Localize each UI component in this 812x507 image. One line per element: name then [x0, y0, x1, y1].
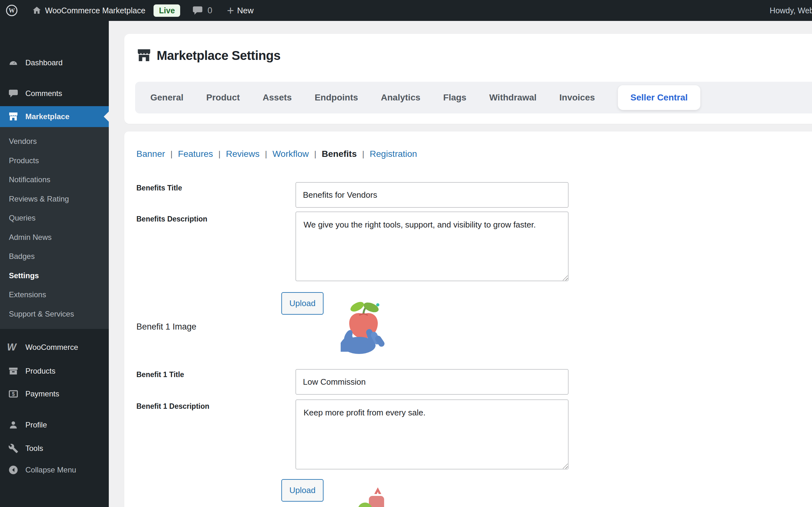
benefit-1-image-label: Benefit 1 Image: [136, 322, 196, 332]
sidebar-item-marketplace[interactable]: Marketplace: [0, 106, 109, 127]
benefit-2-image-upload-button[interactable]: Upload: [281, 479, 323, 502]
sidebar-item-comments[interactable]: Comments: [0, 84, 109, 103]
subnav-link-features[interactable]: Features: [178, 149, 213, 159]
settings-header-card: Marketplace Settings General Product Ass…: [124, 34, 812, 124]
svg-text:$: $: [12, 391, 15, 397]
archive-box-icon: [8, 366, 18, 376]
benefit-1-description-label: Benefit 1 Description: [136, 402, 209, 411]
subnav-link-reviews[interactable]: Reviews: [226, 149, 259, 159]
submenu-item-notifications[interactable]: Notifications: [0, 170, 109, 189]
submenu-item-extensions[interactable]: Extensions: [0, 285, 109, 304]
benefit-1-title-input[interactable]: [296, 369, 568, 395]
subnav-link-registration[interactable]: Registration: [370, 149, 417, 159]
wordpress-logo-icon[interactable]: W: [5, 4, 18, 17]
collapse-arrow-icon: [8, 465, 18, 475]
home-icon[interactable]: [32, 5, 42, 15]
admin-bar: W WooCommerce Marketplace Live 0 + New H…: [0, 0, 812, 21]
benefits-title-input[interactable]: [296, 182, 568, 208]
benefits-title-label: Benefits Title: [136, 184, 182, 192]
seller-central-form-card: Banner | Features | Reviews | Workflow |…: [124, 131, 812, 507]
tab-analytics[interactable]: Analytics: [381, 93, 420, 103]
sidebar-item-woocommerce[interactable]: W WooCommerce: [0, 338, 109, 357]
sidebar-item-payments[interactable]: $ Payments: [0, 384, 109, 403]
submenu-item-admin-news[interactable]: Admin News: [0, 228, 109, 247]
submenu-item-queries[interactable]: Queries: [0, 209, 109, 228]
subnav-link-benefits-current[interactable]: Benefits: [322, 149, 357, 159]
howdy-account-link[interactable]: Howdy, Web: [770, 6, 812, 15]
submenu-item-reviews-rating[interactable]: Reviews & Rating: [0, 189, 109, 209]
store-icon: [8, 112, 18, 122]
submenu-item-badges[interactable]: Badges: [0, 247, 109, 266]
sidebar-item-dashboard[interactable]: Dashboard: [0, 53, 109, 72]
sidebar-item-profile[interactable]: Profile: [0, 415, 109, 435]
benefit-1-title-label: Benefit 1 Title: [136, 371, 184, 379]
apple-in-hand-illustration: [341, 298, 386, 354]
woocommerce-logo-icon: W: [7, 342, 16, 353]
section-subnav: Banner | Features | Reviews | Workflow |…: [136, 149, 417, 159]
subnav-separator: |: [170, 149, 172, 159]
tab-invoices[interactable]: Invoices: [560, 93, 595, 103]
dashboard-gauge-icon: [8, 58, 18, 68]
live-badge[interactable]: Live: [154, 4, 180, 17]
subnav-separator: |: [218, 149, 221, 159]
tab-product[interactable]: Product: [206, 93, 240, 103]
new-link[interactable]: New: [237, 6, 254, 15]
benefit-1-image-upload-button[interactable]: Upload: [281, 292, 323, 315]
submenu-item-settings[interactable]: Settings: [0, 266, 109, 285]
store-icon: [136, 48, 152, 63]
tab-flags[interactable]: Flags: [443, 93, 466, 103]
wrench-icon: [8, 443, 18, 453]
growth-chart-illustration: [356, 484, 394, 507]
active-menu-arrow: [104, 112, 109, 122]
tab-endpoints[interactable]: Endpoints: [315, 93, 358, 103]
sidebar-item-collapse-menu[interactable]: Collapse Menu: [0, 460, 109, 480]
tab-seller-central[interactable]: Seller Central: [618, 85, 701, 110]
sidebar-item-tools[interactable]: Tools: [0, 439, 109, 458]
comment-count: 0: [207, 6, 212, 15]
subnav-link-banner[interactable]: Banner: [136, 149, 165, 159]
tab-withdrawal[interactable]: Withdrawal: [489, 93, 537, 103]
tab-general[interactable]: General: [150, 93, 183, 103]
benefit-1-description-textarea[interactable]: Keep more profit from every sale.: [296, 400, 568, 469]
sidebar-item-products[interactable]: Products: [0, 361, 109, 381]
benefit-2-image-preview: [356, 484, 394, 507]
person-icon: [8, 420, 18, 430]
settings-tab-bar: General Product Assets Endpoints Analyti…: [135, 82, 812, 113]
submenu-item-products[interactable]: Products: [0, 151, 109, 170]
benefits-description-textarea[interactable]: We give you the right tools, support, an…: [296, 212, 568, 281]
subnav-separator: |: [362, 149, 364, 159]
submenu-item-vendors[interactable]: Vendors: [0, 132, 109, 151]
woocommerce-admin-page: { "colors": { "accent_blue": "#2271b1", …: [0, 0, 812, 507]
benefit-1-image-preview: [341, 298, 386, 354]
page-title: Marketplace Settings: [157, 49, 281, 63]
svg-text:W: W: [9, 7, 15, 14]
site-name-link[interactable]: WooCommerce Marketplace: [45, 6, 145, 15]
page-title-row: Marketplace Settings: [136, 48, 281, 63]
subnav-separator: |: [265, 149, 267, 159]
subnav-link-workflow[interactable]: Workflow: [272, 149, 309, 159]
tab-assets[interactable]: Assets: [263, 93, 292, 103]
comments-bubble-icon[interactable]: [192, 5, 203, 16]
marketplace-submenu: Vendors Products Notifications Reviews &…: [0, 127, 109, 329]
payments-dollar-icon: $: [8, 389, 18, 399]
admin-sidebar: Dashboard Comments Marketplace Vendors P…: [0, 21, 109, 507]
subnav-separator: |: [314, 149, 316, 159]
comments-icon: [8, 89, 18, 99]
benefits-description-label: Benefits Description: [136, 215, 207, 223]
submenu-item-support-services[interactable]: Support & Services: [0, 304, 109, 324]
